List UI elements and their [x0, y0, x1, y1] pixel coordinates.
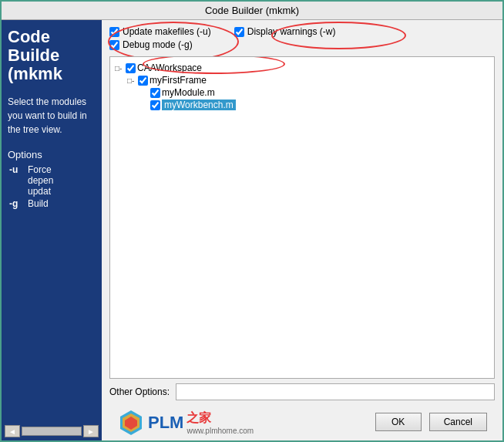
option-key-u: -u — [8, 164, 26, 197]
other-options-label: Other Options: — [109, 386, 170, 397]
tree-item-myworkbench[interactable]: -- myWorkbench.m — [139, 99, 489, 111]
title-bar: Code Builder (mkmk) — [2, 2, 502, 20]
sidebar-scrollbar: ◄ ► — [2, 422, 102, 440]
tree-container: □- CAAWorkspace □- myFirstFrame -- myMod… — [109, 56, 495, 379]
cancel-button[interactable]: Cancel — [429, 413, 487, 431]
tree-checkbox-caaworkspace[interactable] — [126, 63, 136, 73]
checkbox-debug-mode-label: Debug mode (-g) — [123, 39, 193, 50]
main-window: Code Builder (mkmk) CodeBuilde(mkmk Sele… — [0, 0, 504, 442]
tree-item-myfirstframe: □- myFirstFrame — [127, 74, 489, 86]
ok-button[interactable]: OK — [375, 413, 422, 431]
tree-label-myfirstframe: myFirstFrame — [150, 75, 207, 86]
scroll-left-button[interactable]: ◄ — [5, 425, 20, 437]
option-key-g: -g — [8, 197, 26, 210]
top-options-area: Update makefiles (-u) Debug mode (-g) Di… — [102, 20, 502, 56]
tree-label-myworkbench: myWorkbench.m — [162, 100, 236, 110]
other-options-area: Other Options: — [102, 379, 502, 405]
main-content: CodeBuilde(mkmk Select the modules you w… — [2, 20, 502, 440]
tree-label-caaworkspace: CAAWorkspace — [137, 62, 202, 73]
tree-item-mymodule: -- myModule.m — [139, 86, 489, 99]
scroll-track — [22, 427, 82, 436]
sidebar-options: Options -u Forcedepenupdat -g Build — [2, 144, 102, 214]
right-panel: Update makefiles (-u) Debug mode (-g) Di… — [102, 20, 502, 440]
checkbox-update-makefiles[interactable]: Update makefiles (-u) — [109, 26, 211, 37]
checkbox-update-makefiles-input[interactable] — [109, 27, 119, 37]
option-label-g: Build — [26, 197, 96, 210]
left-checkbox-group: Update makefiles (-u) Debug mode (-g) — [109, 26, 211, 50]
tree-checkbox-myfirstframe[interactable] — [138, 76, 148, 86]
checkbox-debug-mode-input[interactable] — [109, 40, 119, 50]
bottom-area: PLM 之家 www.plmhome.com OK Cancel — [102, 405, 502, 440]
sidebar-title: CodeBuilde(mkmk — [2, 20, 102, 89]
tree-expand-myfirstframe[interactable]: □- — [127, 76, 136, 85]
window-title: Code Builder (mkmk) — [205, 5, 299, 16]
tree-label-mymodule: myModule.m — [162, 87, 215, 98]
sidebar-description: Select the modules you want to build in … — [2, 89, 102, 144]
plm-url: www.plmhome.com — [186, 427, 254, 435]
tree-item-caaworkspace: □- CAAWorkspace — [115, 62, 489, 74]
plm-hexagon-icon — [117, 409, 145, 437]
checkbox-update-makefiles-label: Update makefiles (-u) — [123, 26, 211, 37]
checkbox-display-warnings[interactable]: Display warnings (-w) — [234, 26, 336, 37]
options-title: Options — [8, 149, 96, 160]
other-options-input[interactable] — [176, 383, 495, 400]
tree-expand-caaworkspace[interactable]: □- — [115, 64, 124, 73]
tree-checkbox-myworkbench[interactable] — [150, 100, 160, 110]
action-buttons: OK Cancel — [368, 408, 495, 437]
checkbox-display-warnings-input[interactable] — [234, 27, 244, 37]
checkbox-debug-mode[interactable]: Debug mode (-g) — [109, 39, 211, 50]
plm-zh-text: 之家 — [186, 411, 211, 424]
tree-checkbox-mymodule[interactable] — [150, 88, 160, 98]
option-label-u: Forcedepenupdat — [26, 164, 96, 197]
right-checkbox-group: Display warnings (-w) — [234, 26, 336, 50]
plm-zh-area: 之家 www.plmhome.com — [186, 410, 254, 435]
plm-logo: PLM 之家 www.plmhome.com — [109, 409, 261, 437]
scroll-right-button[interactable]: ► — [83, 425, 99, 437]
sidebar: CodeBuilde(mkmk Select the modules you w… — [2, 20, 102, 440]
plm-text: PLM — [148, 413, 183, 433]
checkbox-display-warnings-label: Display warnings (-w) — [247, 26, 336, 37]
